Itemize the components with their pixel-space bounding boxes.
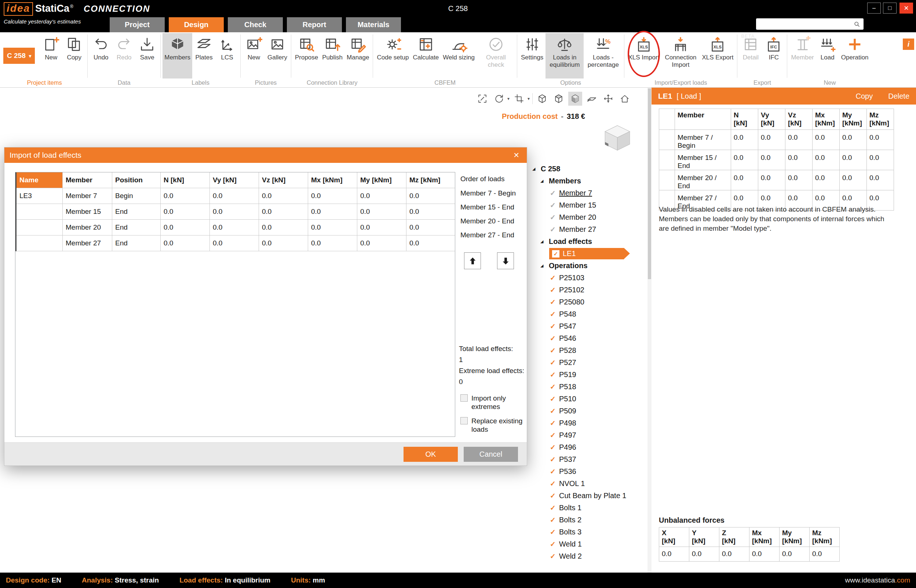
check-icon[interactable]: ✓ (549, 540, 556, 548)
import-cell[interactable]: 0.0 (407, 188, 456, 204)
load-cell[interactable]: 0.0 (867, 170, 894, 191)
transparent-view-icon[interactable] (552, 92, 565, 106)
load-cell[interactable]: 0.0 (840, 150, 867, 170)
order-item[interactable]: Member 7 - Begin (460, 186, 525, 200)
load-cell[interactable]: 0.0 (785, 170, 813, 191)
labels-plates-button[interactable]: Plates (192, 33, 215, 79)
scrollbar-thumb[interactable] (648, 89, 651, 279)
import-cell[interactable]: 0.0 (259, 188, 308, 204)
tree-item-p509[interactable]: ✓P509 (528, 405, 648, 417)
pictures-gallery-button[interactable]: Gallery (266, 33, 289, 79)
connection-library-propose-button[interactable]: Propose (293, 33, 320, 79)
expander-icon[interactable]: ◢ (532, 166, 538, 171)
import-cell[interactable]: 0.0 (407, 204, 456, 220)
import-cell[interactable]: End (112, 220, 161, 236)
expander-icon[interactable]: ◢ (540, 179, 546, 183)
import-only-extremes-checkbox[interactable]: Import only extremes (460, 394, 523, 411)
close-button[interactable]: ✕ (900, 3, 913, 14)
tree-item-bolts-2[interactable]: ✓Bolts 2 (528, 514, 648, 526)
pictures-new-button[interactable]: New (242, 33, 265, 79)
wireframe-view-icon[interactable] (535, 92, 549, 106)
tree-item-weld-2[interactable]: ✓Weld 2 (528, 550, 648, 562)
tree-item-member-20[interactable]: ✓Member 20 (528, 211, 648, 223)
import-cell[interactable]: 0.0 (210, 220, 259, 236)
options-loads-in-equilibrium-button[interactable]: Loads in equilibrium (546, 33, 584, 79)
check-icon[interactable]: ✓ (549, 334, 556, 342)
selected-tree-item[interactable]: ✓LE1 (549, 248, 624, 259)
check-icon[interactable]: ✓ (549, 528, 556, 536)
cbfem-code-setup-button[interactable]: Code setup (375, 33, 410, 79)
row-selector[interactable] (659, 170, 675, 191)
tree-item-p497[interactable]: ✓P497 (528, 429, 648, 441)
project-selector[interactable]: C 258▾ (3, 48, 35, 64)
import-cell[interactable]: 0.0 (161, 220, 210, 236)
check-icon[interactable]: ✓ (549, 407, 556, 415)
import-export-loads-xls-export-button[interactable]: XLSXLS Export (700, 33, 735, 79)
check-icon[interactable]: ✓ (549, 370, 556, 379)
check-icon[interactable]: ✓ (549, 395, 556, 403)
tree-item-member-15[interactable]: ✓Member 15 (528, 199, 648, 211)
tree-item-p498[interactable]: ✓P498 (528, 417, 648, 429)
expander-icon[interactable]: ◢ (540, 239, 546, 244)
import-cell[interactable]: End (112, 204, 161, 220)
connection-library-manage-button[interactable]: Manage (345, 33, 371, 79)
check-icon[interactable]: ✓ (549, 298, 556, 306)
delete-load-button[interactable]: Delete (888, 92, 910, 100)
check-icon[interactable]: ✓ (549, 286, 556, 294)
tree-item-load-effects[interactable]: ◢Load effects (528, 236, 648, 247)
check-icon[interactable]: ✓ (549, 552, 556, 561)
data-save-button[interactable]: Save (136, 33, 158, 79)
import-cell[interactable]: 0.0 (210, 204, 259, 220)
orbit-view-icon[interactable] (492, 92, 506, 106)
cbfem-weld-sizing-button[interactable]: Weld sizing (441, 33, 477, 79)
tree-item-p496[interactable]: ✓P496 (528, 441, 648, 453)
chevron-down-icon[interactable]: ▾ (528, 96, 530, 101)
replace-existing-loads-checkbox[interactable]: Replace existing loads (460, 417, 523, 434)
check-icon[interactable]: ✓ (549, 443, 556, 452)
import-cell[interactable]: Begin (112, 188, 161, 204)
load-cell[interactable]: 0.0 (785, 150, 813, 170)
import-cell[interactable]: 0.0 (259, 220, 308, 236)
search-icon[interactable] (853, 21, 861, 28)
maximize-button[interactable]: □ (883, 3, 897, 14)
load-cell[interactable]: 0.0 (840, 130, 867, 150)
website-link[interactable]: www.ideastatica.com (845, 576, 910, 584)
load-cell[interactable]: 0.0 (758, 170, 785, 191)
copy-load-button[interactable]: Copy (855, 92, 873, 100)
navigation-cube[interactable] (601, 123, 634, 156)
tab-design[interactable]: Design (169, 17, 224, 32)
tree-item-p25080[interactable]: ✓P25080 (528, 296, 648, 308)
move-up-button[interactable] (464, 252, 481, 269)
import-cell[interactable]: 0.0 (357, 236, 407, 251)
import-cell[interactable] (16, 204, 63, 220)
check-icon[interactable]: ✓ (549, 431, 556, 439)
load-cell[interactable]: 0.0 (785, 130, 813, 150)
tree-item-le1[interactable]: ✓LE1 (528, 247, 648, 260)
dialog-close-button[interactable]: ✕ (511, 151, 522, 160)
import-cell[interactable] (16, 236, 63, 251)
tree-item-bolts-1[interactable]: ✓Bolts 1 (528, 502, 648, 514)
import-cell[interactable]: 0.0 (210, 236, 259, 251)
import-cell[interactable]: 0.0 (308, 220, 357, 236)
import-cell[interactable]: Member 7 (63, 188, 112, 204)
import-cell[interactable] (16, 220, 63, 236)
expander-icon[interactable]: ◢ (540, 263, 546, 268)
import-cell[interactable]: 0.0 (161, 188, 210, 204)
tab-report[interactable]: Report (287, 17, 342, 32)
import-cell[interactable]: Member 15 (63, 204, 112, 220)
connection-library-publish-button[interactable]: Publish (320, 33, 344, 79)
solid-view-icon[interactable] (568, 92, 582, 106)
import-cell[interactable]: 0.0 (210, 188, 259, 204)
check-icon[interactable]: ✓ (549, 213, 556, 221)
check-icon[interactable]: ✓ (549, 419, 556, 427)
load-cell[interactable]: 0.0 (731, 150, 758, 170)
check-icon[interactable]: ✓ (549, 225, 556, 234)
check-icon[interactable]: ✓ (549, 455, 556, 464)
export-ifc-button[interactable]: IFCIFC (762, 33, 785, 79)
tree-item-members[interactable]: ◢Members (528, 175, 648, 187)
tab-materials[interactable]: Materials (346, 17, 401, 32)
tree-item-p547[interactable]: ✓P547 (528, 320, 648, 332)
import-export-loads-xls-import-button[interactable]: XLSXLS Import (626, 33, 661, 79)
project-items-new-button[interactable]: New (40, 33, 62, 79)
check-icon[interactable]: ✓ (549, 310, 556, 318)
